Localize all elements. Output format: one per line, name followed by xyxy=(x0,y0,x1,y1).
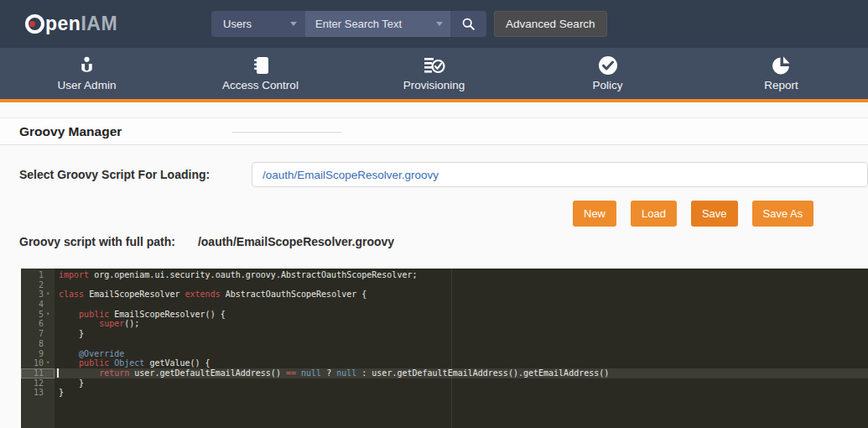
code-text: import org.openiam.ui.security.oauth.gro… xyxy=(55,270,417,280)
code-line-12[interactable]: 12 } xyxy=(21,378,868,389)
code-text: } xyxy=(55,329,84,339)
chevron-down-icon[interactable] xyxy=(436,22,443,26)
page-title: Groovy Manager xyxy=(19,118,122,144)
global-search-group: Users xyxy=(211,11,486,37)
nav-item-report[interactable]: Report xyxy=(694,48,868,99)
full-path-label: Groovy script with full path: xyxy=(19,235,175,248)
script-path-input[interactable] xyxy=(252,162,868,187)
code-fold-icon[interactable]: ▾ xyxy=(44,290,52,300)
code-text: class EmailScopeResolver extends Abstrac… xyxy=(55,290,366,300)
code-text: public EmailScopeResolver() { xyxy=(55,310,226,320)
code-line-6[interactable]: 6 super(); xyxy=(21,319,868,329)
code-text xyxy=(55,280,59,290)
text-cursor xyxy=(57,368,59,378)
nav-item-policy[interactable]: Policy xyxy=(521,48,694,99)
search-category-value: Users xyxy=(223,18,252,30)
code-line-4[interactable]: 4 xyxy=(21,300,868,310)
line-number: 11 xyxy=(21,368,55,378)
code-text: } xyxy=(55,388,64,398)
user-icon xyxy=(78,55,96,76)
full-path-value: /oauth/EmailScopeResolver.groovy xyxy=(198,235,394,248)
line-number: 3▾ xyxy=(21,290,55,300)
code-text xyxy=(55,300,59,310)
line-number: 10▾ xyxy=(21,358,55,368)
full-path-row: Groovy script with full path: /oauth/Ema… xyxy=(19,235,394,248)
nav-item-provisioning[interactable]: Provisioning xyxy=(347,48,521,99)
nav-item-access-control[interactable]: Access Control xyxy=(174,48,347,99)
main-nav: User AdminAccess ControlProvisioningPoli… xyxy=(0,48,868,102)
code-fold-icon[interactable]: ▾ xyxy=(44,358,52,368)
code-line-9[interactable]: 9 @Override xyxy=(21,349,868,359)
code-line-7[interactable]: 7 } xyxy=(21,329,868,339)
search-button[interactable] xyxy=(450,11,486,37)
nav-item-label: Policy xyxy=(592,79,622,91)
code-line-1[interactable]: 1import org.openiam.ui.security.oauth.gr… xyxy=(21,270,868,280)
active-line-highlight xyxy=(55,368,868,378)
code-text: } xyxy=(55,378,84,389)
save-as-button[interactable]: Save As xyxy=(752,201,814,227)
code-line-3[interactable]: 3▾class EmailScopeResolver extends Abstr… xyxy=(21,290,868,300)
logo-text: penIAM xyxy=(45,13,117,35)
title-divider xyxy=(232,132,341,133)
load-button[interactable]: Load xyxy=(631,201,677,227)
title-band: Groovy Manager xyxy=(0,117,868,145)
code-line-5[interactable]: 5▾ public EmailScopeResolver() { xyxy=(21,310,868,320)
code-line-13[interactable]: 13} xyxy=(21,388,868,398)
code-text: @Override xyxy=(55,349,124,359)
code-fold-icon[interactable]: ▾ xyxy=(44,310,52,320)
advanced-search-button[interactable]: Advanced Search xyxy=(494,11,607,37)
list-check-icon xyxy=(424,55,445,76)
openiam-logo[interactable]: penIAM xyxy=(25,13,117,35)
nav-item-label: Report xyxy=(764,79,798,91)
top-bar: penIAM Users Advanced Search xyxy=(0,0,868,48)
line-number: 6 xyxy=(21,319,55,329)
nav-item-label: Access Control xyxy=(222,79,299,91)
line-number: 1 xyxy=(21,270,55,280)
logo-o-icon xyxy=(25,14,44,34)
code-text xyxy=(55,339,59,349)
binder-icon xyxy=(251,55,271,76)
search-category-select[interactable]: Users xyxy=(211,11,305,37)
save-button[interactable]: Save xyxy=(691,201,738,227)
nav-item-user-admin[interactable]: User Admin xyxy=(0,48,174,99)
line-number: 9 xyxy=(21,349,55,359)
line-number: 7 xyxy=(21,329,55,339)
select-script-label: Select Groovy Script For Loading: xyxy=(19,168,210,181)
code-text: super(); xyxy=(55,319,139,329)
groovy-code-editor[interactable]: 1import org.openiam.ui.security.oauth.gr… xyxy=(21,269,868,428)
nav-item-label: Provisioning xyxy=(403,79,465,91)
check-circle-icon xyxy=(598,55,618,76)
script-actions: NewLoadSaveSave As xyxy=(573,201,813,227)
line-number: 5▾ xyxy=(21,310,55,320)
editor-lines: 1import org.openiam.ui.security.oauth.gr… xyxy=(21,269,868,398)
code-text: public Object getValue() { xyxy=(55,358,211,368)
line-number: 4 xyxy=(21,300,55,310)
code-line-2[interactable]: 2 xyxy=(21,280,868,290)
search-icon xyxy=(461,17,476,31)
code-line-8[interactable]: 8 xyxy=(21,339,868,349)
nav-item-label: User Admin xyxy=(58,79,117,91)
code-line-11[interactable]: 11 return user.getDefaultEmailAddress() … xyxy=(21,368,868,378)
chevron-down-icon xyxy=(290,22,297,26)
new-button[interactable]: New xyxy=(573,201,616,227)
search-input[interactable] xyxy=(315,18,416,30)
line-number: 13 xyxy=(21,388,55,398)
line-number: 2 xyxy=(21,280,55,290)
line-number: 12 xyxy=(21,378,55,389)
line-number: 8 xyxy=(21,339,55,349)
search-input-wrap xyxy=(305,11,450,37)
pie-chart-icon xyxy=(772,55,792,76)
code-line-10[interactable]: 10▾ public Object getValue() { xyxy=(21,358,868,368)
